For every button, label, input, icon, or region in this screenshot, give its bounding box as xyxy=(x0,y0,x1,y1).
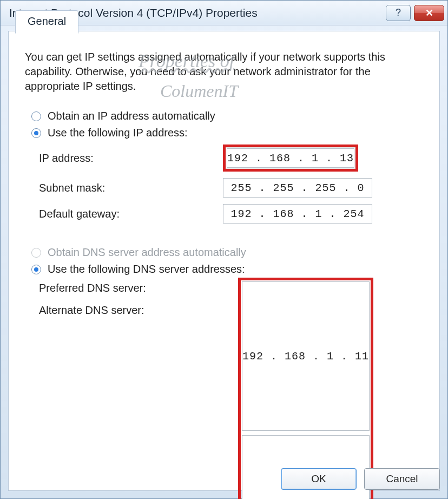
field-subnet-mask: Subnet mask: 255 . 255 . 255 . 0 xyxy=(25,175,423,201)
field-default-gateway: Default gateway: 192 . 168 . 1 . 254 xyxy=(25,201,423,227)
radio-label: Use the following IP address: xyxy=(48,127,188,139)
radio-icon xyxy=(31,128,41,138)
subnet-mask-label: Subnet mask: xyxy=(39,182,223,194)
radio-dns-manual[interactable]: Use the following DNS server addresses: xyxy=(25,261,423,278)
field-ip-address: IP address: 192 . 168 . 1 . 13 xyxy=(25,141,423,175)
tab-general[interactable]: General xyxy=(15,10,78,34)
cancel-button[interactable]: Cancel xyxy=(364,468,440,490)
highlight-ip-address: 192 . 168 . 1 . 13 xyxy=(223,145,358,172)
radio-label: Obtain DNS server address automatically xyxy=(48,246,246,259)
radio-icon xyxy=(31,248,41,258)
ip-address-input[interactable]: 192 . 168 . 1 . 13 xyxy=(227,148,354,168)
close-button[interactable]: ✕ xyxy=(414,5,444,21)
radio-dot-icon xyxy=(34,131,38,135)
radio-ip-manual[interactable]: Use the following IP address: xyxy=(25,124,423,141)
help-button[interactable]: ? xyxy=(386,5,411,21)
dns-labels: Preferred DNS server: Alternate DNS serv… xyxy=(39,278,223,317)
radio-dns-auto: Obtain DNS server address automatically xyxy=(25,244,423,261)
help-icon: ? xyxy=(396,7,401,18)
default-gateway-input[interactable]: 192 . 168 . 1 . 254 xyxy=(223,204,372,224)
radio-dot-icon xyxy=(34,267,38,272)
dns-group: Obtain DNS server address automatically … xyxy=(25,244,423,499)
titlebar-buttons: ? ✕ xyxy=(386,5,444,21)
alternate-dns-label: Alternate DNS server: xyxy=(39,304,223,317)
highlight-dns-servers: 192 . 168 . 1 . 11 192 . 168 . 1 . 12 xyxy=(238,278,373,499)
preferred-dns-label: Preferred DNS server: xyxy=(39,282,223,294)
radio-icon xyxy=(31,111,41,121)
ip-address-label: IP address: xyxy=(39,152,223,165)
radio-icon xyxy=(31,265,41,274)
dialog-footer: OK Cancel xyxy=(8,468,440,490)
close-icon: ✕ xyxy=(425,7,433,19)
dialog-client: General You can get IP settings assigned… xyxy=(8,31,440,491)
subnet-mask-input[interactable]: 255 . 255 . 255 . 0 xyxy=(223,178,372,198)
default-gateway-label: Default gateway: xyxy=(39,208,223,220)
radio-ip-auto[interactable]: Obtain an IP address automatically xyxy=(25,108,423,124)
radio-label: Obtain an IP address automatically xyxy=(48,110,215,122)
radio-label: Use the following DNS server addresses: xyxy=(48,263,245,275)
preferred-dns-input[interactable]: 192 . 168 . 1 . 11 xyxy=(242,281,370,431)
dialog-window: Internet Protocol Version 4 (TCP/IPv4) P… xyxy=(0,0,448,499)
description-text: You can get IP settings assigned automat… xyxy=(25,50,423,94)
ok-button[interactable]: OK xyxy=(281,468,357,490)
tab-page-general: You can get IP settings assigned automat… xyxy=(9,31,439,490)
ip-group: Obtain an IP address automatically Use t… xyxy=(25,108,423,227)
dns-fields: Preferred DNS server: Alternate DNS serv… xyxy=(25,278,423,499)
